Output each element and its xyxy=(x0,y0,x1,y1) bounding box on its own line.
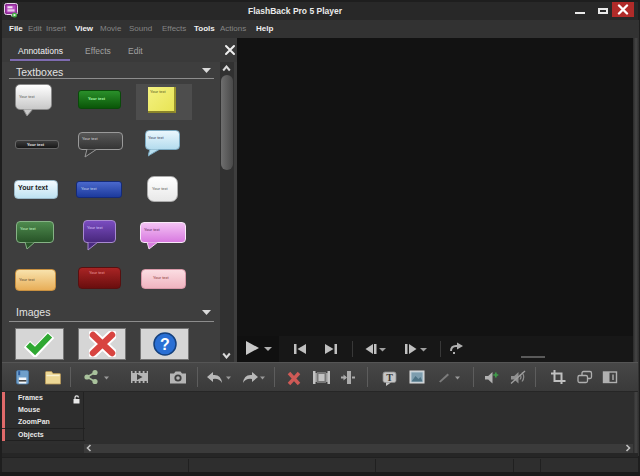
svg-text:?: ? xyxy=(160,336,170,353)
svg-text:T: T xyxy=(386,372,393,383)
